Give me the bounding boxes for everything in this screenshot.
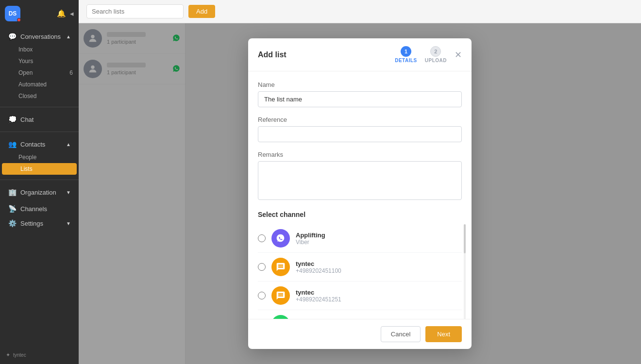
sidebar-item-channels[interactable]: 📡 Channels [2, 201, 77, 216]
contacts-expand-icon: ▲ [66, 142, 71, 147]
sidebar-item-lists[interactable]: Lists [2, 163, 77, 175]
sidebar-item-organization[interactable]: 🏢 Organization ▼ [2, 185, 77, 199]
channel-radio-sms1[interactable] [258, 263, 266, 271]
modal-footer: Cancel Next [248, 319, 472, 349]
channel-radio-viber[interactable] [258, 234, 266, 242]
scrollbar-track [464, 224, 466, 319]
channel-item-whatsapp[interactable]: tyntec +4989202451100 [258, 310, 462, 319]
step-details: 1 DETAILS [395, 46, 417, 63]
name-label: Name [258, 81, 462, 88]
step-upload: 2 UPLOAD [425, 46, 447, 63]
sidebar-item-open[interactable]: Open 6 [0, 67, 79, 79]
expand-icon: ▲ [66, 34, 71, 39]
sidebar-item-yours[interactable]: Yours [0, 55, 79, 67]
scrollbar-thumb[interactable] [464, 224, 466, 253]
channel-name: tyntec [296, 260, 462, 267]
next-button[interactable]: Next [425, 326, 462, 342]
cancel-button[interactable]: Cancel [381, 326, 421, 342]
chat-icon: 💭 [8, 116, 17, 123]
remarks-input[interactable] [258, 161, 462, 200]
channel-item-sms2[interactable]: tyntec +4989202451251 [258, 281, 462, 310]
sidebar-item-inbox[interactable]: Inbox [0, 44, 79, 55]
viber-channel-icon [271, 229, 290, 248]
channel-sub: +4989202451100 [296, 267, 462, 274]
bell-icon[interactable]: 🔔 [57, 9, 66, 18]
channel-item-viber[interactable]: Applifting Viber [258, 224, 462, 253]
sidebar-item-settings[interactable]: ⚙️ Settings ▼ [2, 216, 77, 231]
select-channel-title: Select channel [258, 211, 462, 218]
remarks-field-group: Remarks [258, 151, 462, 202]
open-badge: 6 [69, 69, 73, 76]
reference-field-group: Reference [258, 116, 462, 142]
sidebar-item-automated[interactable]: Automated [0, 79, 79, 90]
channels-icon: 📡 [8, 205, 17, 213]
settings-expand-icon: ▼ [66, 221, 71, 226]
channel-list: Applifting Viber [258, 224, 462, 319]
step2-circle: 2 [430, 46, 441, 57]
remarks-label: Remarks [258, 151, 462, 158]
modal-body: Name Reference Remarks Select channel [248, 71, 472, 319]
select-channel-section: Select channel Applifting [258, 211, 462, 319]
header-icons: 🔔 ◂ [57, 9, 74, 18]
channel-info-whatsapp: tyntec +4989202451100 [296, 317, 462, 319]
sidebar-item-people[interactable]: People [0, 151, 79, 163]
divider-1 [0, 107, 79, 107]
sms-channel-icon-1 [271, 258, 290, 276]
modal-steps: 1 DETAILS 2 UPLOAD [395, 46, 447, 63]
org-icon: 🏢 [8, 188, 17, 196]
modal-overlay: Add list 1 DETAILS 2 UPLOAD ✕ [79, 23, 641, 364]
search-input[interactable] [86, 4, 184, 18]
sidebar-item-contacts[interactable]: 👥 Contacts ▲ [2, 137, 77, 151]
contacts-icon: 👥 [8, 140, 17, 148]
add-button[interactable]: Add [188, 5, 215, 18]
modal-close-button[interactable]: ✕ [455, 50, 462, 59]
channel-sub: Viber [296, 239, 462, 246]
sidebar-item-conversations[interactable]: 💬 Conversations ▲ [2, 29, 77, 44]
whatsapp-channel-icon [271, 315, 290, 319]
channel-radio-sms2[interactable] [258, 292, 266, 299]
sidebar-item-chat[interactable]: 💭 Chat [2, 112, 77, 127]
main-content: Add 1 participant [79, 0, 641, 364]
name-input[interactable] [258, 91, 462, 107]
sidebar-item-closed[interactable]: Closed [0, 90, 79, 102]
channel-name: tyntec [296, 317, 462, 319]
avatar: DS [5, 6, 20, 21]
notification-dot [17, 18, 21, 22]
channel-sub: +4989202451251 [296, 296, 462, 303]
channel-info-viber: Applifting Viber [296, 232, 462, 246]
conversations-icon: 💬 [8, 33, 17, 40]
tyntec-logo-icon: ✦ [6, 352, 10, 358]
chat-section: 💭 Chat [0, 110, 79, 129]
settings-icon: ⚙️ [8, 219, 17, 227]
modal-title: Add list [258, 50, 287, 59]
step1-label: DETAILS [395, 58, 417, 63]
sidebar-header: DS 🔔 ◂ [0, 0, 79, 27]
channel-item-sms1[interactable]: tyntec +4989202451100 [258, 253, 462, 281]
channel-name: tyntec [296, 289, 462, 296]
step1-circle: 1 [401, 46, 411, 57]
step2-label: UPLOAD [425, 58, 447, 63]
reference-label: Reference [258, 116, 462, 123]
reference-input[interactable] [258, 126, 462, 142]
collapse-icon[interactable]: ◂ [70, 9, 74, 18]
name-field-group: Name [258, 81, 462, 107]
top-bar: Add [79, 0, 641, 23]
channel-info-sms1: tyntec +4989202451100 [296, 260, 462, 274]
contacts-section: 👥 Contacts ▲ People Lists [0, 135, 79, 177]
add-list-modal: Add list 1 DETAILS 2 UPLOAD ✕ [248, 38, 472, 349]
channel-info-sms2: tyntec +4989202451251 [296, 289, 462, 303]
channel-name: Applifting [296, 232, 462, 239]
divider-2 [0, 132, 79, 132]
sidebar: DS 🔔 ◂ 💬 Conversations ▲ Inbox Yours Ope… [0, 0, 79, 364]
sidebar-footer: ✦ tyntec [0, 346, 79, 364]
org-expand-icon: ▼ [66, 190, 71, 195]
org-section: 🏢 Organization ▼ [0, 183, 79, 201]
sms-channel-icon-2 [271, 286, 290, 305]
divider-3 [0, 180, 79, 180]
modal-header: Add list 1 DETAILS 2 UPLOAD ✕ [248, 38, 472, 71]
conversations-section: 💬 Conversations ▲ Inbox Yours Open 6 Aut… [0, 27, 79, 104]
